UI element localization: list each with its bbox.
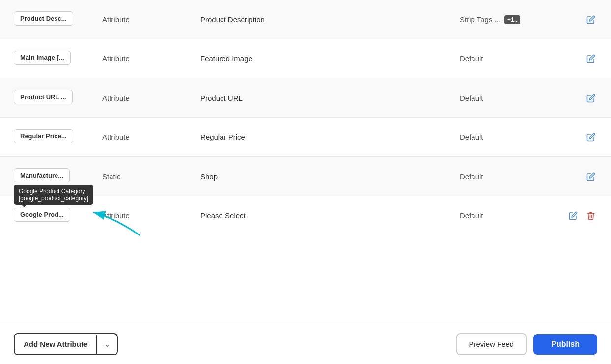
attribute-row: Main Image [...AttributeFeatured ImageDe… [0,39,611,78]
value-cell: Featured Image [200,54,460,63]
attribute-row: Regular Price...AttributeRegular PriceDe… [0,118,611,157]
add-new-label[interactable]: Add New Attribute [15,334,96,354]
attribute-row: Product Desc...AttributeProduct Descript… [0,0,611,39]
type-cell: Attribute [102,54,200,63]
modifier-cell: Default [460,94,558,102]
modifier-cell: Default [460,133,558,141]
actions-cell [558,13,597,26]
value-cell: Regular Price [200,133,460,141]
label-badge: Google Prod... [14,208,70,222]
modifier-cell: Default [460,54,558,63]
edit-button[interactable] [584,131,597,144]
label-badge: Product URL ... [14,90,73,104]
type-cell: Static [102,172,200,181]
value-cell: Product URL [200,94,460,102]
modifier-cell: Strip Tags ...+1.. [460,15,558,24]
footer-right: Preview Feed Publish [456,333,598,355]
label-badge: Product Desc... [14,11,73,26]
edit-button[interactable] [567,209,580,222]
label-badge: Main Image [... [14,51,71,65]
attribute-row: Manufacture...StaticShopDefault [0,157,611,196]
tooltip-container: Google Product Category[google_product_c… [14,208,102,224]
value-cell: Please Select [200,211,460,220]
edit-button[interactable] [584,92,597,104]
type-cell: Attribute [102,211,200,220]
actions-cell [558,92,597,104]
preview-feed-button[interactable]: Preview Feed [456,333,527,355]
modifier-cell: Default [460,172,558,181]
chevron-down-icon[interactable]: ⌄ [96,335,117,354]
type-cell: Attribute [102,94,200,102]
type-cell: Attribute [102,15,200,24]
main-container: Product Desc...AttributeProduct Descript… [0,0,611,364]
modifier-cell: Default [460,211,558,220]
attribute-row: Product URL ...AttributeProduct URLDefau… [0,78,611,118]
edit-button[interactable] [584,13,597,26]
delete-button[interactable] [584,209,597,222]
actions-cell [558,52,597,65]
type-cell: Attribute [102,133,200,141]
rows-container: Product Desc...AttributeProduct Descript… [0,0,611,324]
label-badge: Manufacture... [14,168,70,182]
value-cell: Product Description [200,15,460,24]
label-badge: Regular Price... [14,129,73,143]
publish-button[interactable]: Publish [533,334,597,355]
edit-button[interactable] [584,170,597,183]
add-new-attribute-button[interactable]: Add New Attribute ⌄ [14,333,118,355]
actions-cell [558,170,597,183]
actions-cell [558,209,597,222]
footer: Add New Attribute ⌄ Preview Feed Publish [0,324,611,364]
attribute-row: Google Product Category[google_product_c… [0,196,611,235]
modifier-badge: +1.. [504,15,520,24]
edit-button[interactable] [584,52,597,65]
value-cell: Shop [200,172,460,181]
actions-cell [558,131,597,144]
